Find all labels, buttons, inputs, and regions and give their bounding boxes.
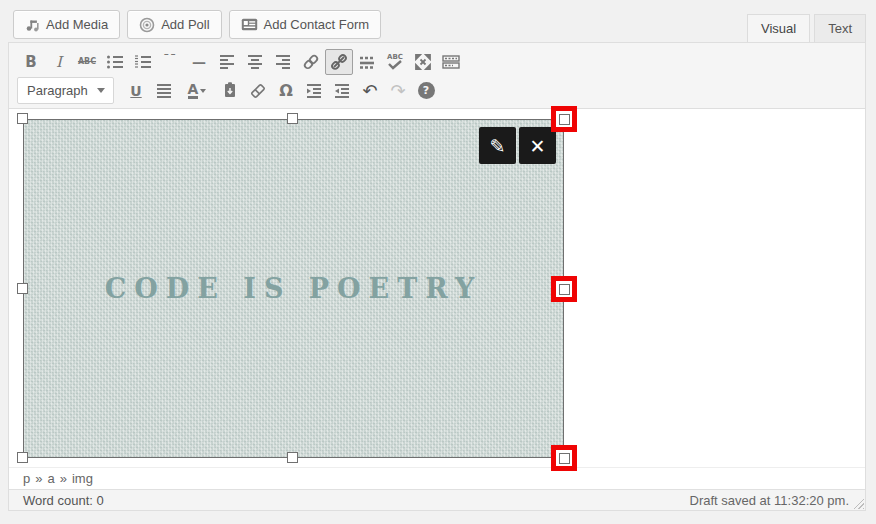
blockquote-button[interactable]: “: [157, 49, 185, 75]
remove-formatting-button[interactable]: [244, 78, 272, 104]
more-tag-icon: [357, 52, 377, 72]
tab-text[interactable]: Text: [814, 14, 866, 43]
justify-icon: [154, 81, 174, 101]
link-icon: [301, 52, 321, 72]
highlight-box-bottom-right: [551, 445, 577, 471]
editor-mode-tabs: Visual Text: [747, 14, 866, 43]
indent-icon: [332, 81, 352, 101]
toolbar-row-1: B I ABC “ —: [17, 47, 857, 76]
undo-button[interactable]: ↶: [356, 78, 384, 104]
image-edit-button[interactable]: ✎: [479, 127, 516, 164]
resize-handle-top-middle[interactable]: [287, 113, 298, 124]
justify-button[interactable]: [150, 78, 178, 104]
resize-handle-middle-right[interactable]: [559, 284, 570, 295]
omega-icon: Ω: [279, 81, 293, 100]
breadcrumb-separator: »: [35, 471, 42, 486]
word-count-label: Word count:: [23, 493, 93, 508]
insert-link-button[interactable]: [297, 49, 325, 75]
fullscreen-button[interactable]: [409, 49, 437, 75]
add-media-button[interactable]: Add Media: [13, 10, 120, 39]
highlight-box-top-right: [551, 106, 577, 132]
italic-icon: I: [56, 53, 62, 71]
help-button[interactable]: ?: [412, 78, 440, 104]
add-poll-label: Add Poll: [161, 17, 209, 32]
image-caption-text: CODE IS POETRY: [105, 273, 482, 304]
text-color-button[interactable]: A: [178, 78, 216, 104]
kitchen-sink-icon: [441, 52, 461, 72]
align-center-button[interactable]: [241, 49, 269, 75]
draft-saved-status: Draft saved at 11:32:20 pm.: [690, 493, 849, 508]
paragraph-format-value: Paragraph: [27, 83, 88, 98]
toolbar-row-2: Paragraph U A Ω: [17, 76, 857, 105]
underline-icon: U: [130, 83, 141, 99]
media-buttons-bar: Add Media Add Poll Add Contact Form: [13, 10, 381, 39]
editor-toolbar: B I ABC “ —: [9, 43, 865, 109]
pencil-icon: ✎: [490, 135, 506, 157]
align-left-button[interactable]: [213, 49, 241, 75]
kitchen-sink-button[interactable]: [437, 49, 465, 75]
fullscreen-icon: [413, 52, 433, 72]
blockquote-icon: “: [162, 54, 179, 70]
spellcheck-icon: ABC: [387, 54, 403, 70]
word-count: Word count: 0: [23, 493, 104, 508]
align-left-icon: [217, 52, 237, 72]
editor-content-area[interactable]: CODE IS POETRY ✎ ✕: [9, 109, 865, 467]
add-media-label: Add Media: [46, 17, 108, 32]
indent-button[interactable]: [328, 78, 356, 104]
add-poll-button[interactable]: Add Poll: [127, 10, 221, 39]
add-contact-form-button[interactable]: Add Contact Form: [229, 10, 382, 39]
unlink-icon: [329, 52, 349, 72]
bullet-list-icon: [105, 52, 125, 72]
italic-button[interactable]: I: [45, 49, 73, 75]
resize-handle-bottom-left[interactable]: [17, 452, 28, 463]
bullet-list-button[interactable]: [101, 49, 129, 75]
chevron-down-icon: [97, 88, 105, 93]
editor-status-bar: Word count: 0 Draft saved at 11:32:20 pm…: [9, 489, 865, 510]
resize-handle-middle-left[interactable]: [17, 283, 28, 294]
align-right-button[interactable]: [269, 49, 297, 75]
element-path-bar: p » a » img: [9, 467, 865, 489]
horizontal-rule-button[interactable]: —: [185, 49, 213, 75]
outdent-icon: [304, 81, 324, 101]
close-icon: ✕: [530, 135, 546, 157]
breadcrumb-p[interactable]: p: [23, 471, 30, 486]
tab-visual[interactable]: Visual: [747, 14, 810, 43]
spellcheck-button[interactable]: ABC: [381, 49, 409, 75]
align-center-icon: [245, 52, 265, 72]
clipboard-icon: [221, 81, 239, 100]
bold-button[interactable]: B: [17, 49, 45, 75]
help-icon: ?: [418, 82, 435, 99]
selected-image[interactable]: CODE IS POETRY: [23, 119, 564, 458]
image-remove-button[interactable]: ✕: [519, 127, 556, 164]
redo-icon: ↷: [390, 80, 405, 101]
poll-icon: [139, 17, 155, 33]
unlink-button[interactable]: [325, 49, 353, 75]
editor-frame: B I ABC “ —: [8, 42, 866, 511]
more-tag-button[interactable]: [353, 49, 381, 75]
contact-form-icon: [241, 18, 258, 31]
special-character-button[interactable]: Ω: [272, 78, 300, 104]
text-color-chevron-icon[interactable]: [200, 89, 206, 93]
strikethrough-icon: ABC: [78, 57, 96, 66]
resize-handle-top-right[interactable]: [559, 114, 570, 125]
resize-grip-icon[interactable]: [851, 496, 864, 509]
horizontal-rule-icon: —: [192, 54, 206, 70]
resize-handle-bottom-middle[interactable]: [287, 452, 298, 463]
breadcrumb-a[interactable]: a: [47, 471, 54, 486]
numbered-list-button[interactable]: [129, 49, 157, 75]
redo-button[interactable]: ↷: [384, 78, 412, 104]
breadcrumb-img[interactable]: img: [72, 471, 93, 486]
bold-icon: B: [25, 53, 36, 71]
word-count-value: 0: [96, 493, 103, 508]
eraser-icon: [248, 81, 268, 101]
resize-handle-top-left[interactable]: [17, 113, 28, 124]
resize-handle-bottom-right[interactable]: [559, 453, 570, 464]
wordpress-editor-page: Add Media Add Poll Add Contact Form Visu…: [0, 0, 876, 524]
outdent-button[interactable]: [300, 78, 328, 104]
text-color-icon: A: [188, 83, 199, 99]
breadcrumb-separator: »: [60, 471, 67, 486]
underline-button[interactable]: U: [122, 78, 150, 104]
strikethrough-button[interactable]: ABC: [73, 49, 101, 75]
paragraph-format-select[interactable]: Paragraph: [17, 77, 114, 104]
paste-as-text-button[interactable]: [216, 78, 244, 104]
